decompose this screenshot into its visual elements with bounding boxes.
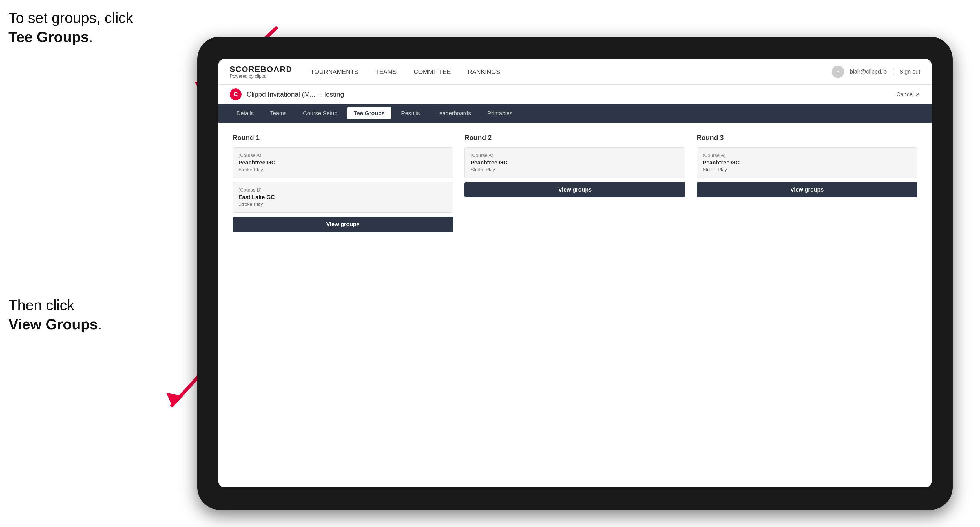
round-1-course-b-name: East Lake GC bbox=[239, 194, 447, 200]
round-3-course-a-name: Peachtree GC bbox=[703, 159, 912, 166]
tablet-device: SCOREBOARD Powered by clippd TOURNAMENTS… bbox=[197, 37, 953, 510]
round-2-course-a-label: (Course A) bbox=[471, 153, 679, 158]
round-3-column: Round 3 (Course A) Peachtree GC Stroke P… bbox=[697, 134, 918, 232]
round-3-title: Round 3 bbox=[697, 134, 918, 142]
round-1-course-b-card: (Course B) East Lake GC Stroke Play bbox=[232, 182, 453, 213]
round-3-view-groups-button[interactable]: View groups bbox=[697, 182, 918, 197]
instruction-tee-groups: Tee Groups bbox=[8, 29, 89, 45]
round-1-column: Round 1 (Course A) Peachtree GC Stroke P… bbox=[232, 134, 453, 232]
user-avatar: B bbox=[832, 66, 844, 78]
user-email: blair@clippd.io bbox=[850, 68, 887, 75]
cancel-button[interactable]: Cancel ✕ bbox=[896, 91, 920, 98]
round-3-course-a-label: (Course A) bbox=[703, 153, 912, 158]
round-2-title: Round 2 bbox=[465, 134, 685, 142]
round-2-course-a-format: Stroke Play bbox=[471, 167, 679, 173]
rounds-container: Round 1 (Course A) Peachtree GC Stroke P… bbox=[232, 134, 918, 232]
round-3-course-a-card: (Course A) Peachtree GC Stroke Play bbox=[697, 147, 918, 178]
round-1-title: Round 1 bbox=[232, 134, 453, 142]
instruction-line1: To set groups, click bbox=[8, 10, 133, 26]
round-1-course-b-format: Stroke Play bbox=[239, 202, 447, 207]
sign-out-link[interactable]: | bbox=[892, 68, 894, 75]
tabs-bar: Details Teams Course Setup Tee Groups Re… bbox=[218, 104, 932, 122]
nav-right: B blair@clippd.io | Sign out bbox=[832, 66, 920, 78]
logo-text: SCOREBOARD bbox=[230, 65, 292, 74]
nav-rankings[interactable]: RANKINGS bbox=[466, 68, 502, 76]
nav-committee[interactable]: COMMITTEE bbox=[412, 68, 452, 76]
tab-printables[interactable]: Printables bbox=[480, 107, 519, 119]
instruction-bottom-period: . bbox=[98, 316, 102, 332]
tab-tee-groups[interactable]: Tee Groups bbox=[347, 107, 391, 119]
tab-leaderboards[interactable]: Leaderboards bbox=[430, 107, 478, 119]
round-2-course-a-card: (Course A) Peachtree GC Stroke Play bbox=[465, 147, 685, 178]
round-1-course-a-name: Peachtree GC bbox=[239, 159, 447, 166]
instruction-view-groups: View Groups bbox=[8, 316, 98, 332]
tab-course-setup[interactable]: Course Setup bbox=[296, 107, 344, 119]
tab-results[interactable]: Results bbox=[394, 107, 427, 119]
round-2-column: Round 2 (Course A) Peachtree GC Stroke P… bbox=[465, 134, 685, 232]
sub-header: C Clippd Invitational (M... · Hosting Ca… bbox=[218, 84, 932, 104]
round-2-view-groups-button[interactable]: View groups bbox=[465, 182, 685, 197]
round-3-course-a-format: Stroke Play bbox=[703, 167, 912, 173]
main-content: Round 1 (Course A) Peachtree GC Stroke P… bbox=[218, 122, 932, 487]
nav-links: TOURNAMENTS TEAMS COMMITTEE RANKINGS bbox=[309, 68, 832, 76]
sign-out-text[interactable]: Sign out bbox=[900, 68, 920, 75]
nav-bar: SCOREBOARD Powered by clippd TOURNAMENTS… bbox=[218, 59, 932, 84]
tab-details[interactable]: Details bbox=[230, 107, 261, 119]
round-2-course-a-name: Peachtree GC bbox=[471, 159, 679, 166]
instruction-period: . bbox=[89, 29, 93, 45]
round-1-course-a-format: Stroke Play bbox=[239, 167, 447, 173]
tournament-name: Clippd Invitational (M... · Hosting bbox=[247, 90, 896, 98]
logo-sub: Powered by clippd bbox=[230, 74, 292, 79]
round-1-course-a-label: (Course A) bbox=[239, 153, 447, 158]
logo-area: SCOREBOARD Powered by clippd bbox=[230, 65, 292, 79]
nav-teams[interactable]: TEAMS bbox=[374, 68, 398, 76]
instruction-top: To set groups, click Tee Groups. bbox=[8, 8, 133, 46]
round-1-course-b-label: (Course B) bbox=[239, 187, 447, 193]
instruction-bottom: Then click View Groups. bbox=[8, 296, 102, 334]
tab-teams[interactable]: Teams bbox=[263, 107, 293, 119]
nav-tournaments[interactable]: TOURNAMENTS bbox=[309, 68, 360, 76]
tournament-icon: C bbox=[230, 89, 242, 100]
round-1-view-groups-button[interactable]: View groups bbox=[232, 217, 453, 232]
round-1-course-a-card: (Course A) Peachtree GC Stroke Play bbox=[232, 147, 453, 178]
instruction-then-click: Then click bbox=[8, 297, 75, 313]
tablet-screen: SCOREBOARD Powered by clippd TOURNAMENTS… bbox=[218, 59, 932, 487]
